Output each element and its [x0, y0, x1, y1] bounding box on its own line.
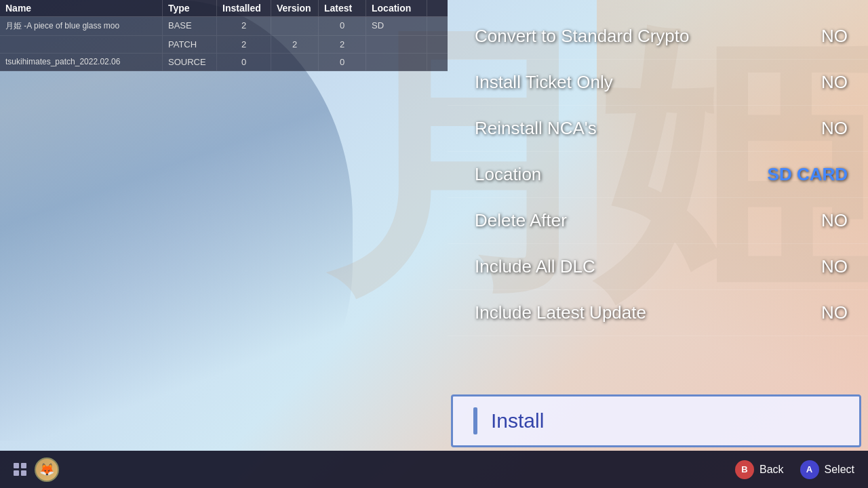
table-body: 月姫 -A piece of blue glass moo BASE 2 0 S…	[0, 17, 448, 71]
table-row[interactable]: tsukihimates_patch_2022.02.06 SOURCE 0 0	[0, 54, 448, 71]
col-header-latest: Latest	[319, 0, 366, 16]
a-button-icon: A	[800, 460, 819, 479]
b-button-icon: B	[735, 460, 754, 479]
grid-dot	[14, 463, 19, 468]
option-label-install-ticket-only: Install Ticket Only	[475, 72, 613, 93]
bottom-left-icons: 🦊	[14, 458, 59, 482]
cell-location	[366, 54, 427, 70]
grid-dot	[14, 470, 19, 476]
option-value-install-ticket-only: NO	[821, 72, 848, 93]
install-button-accent	[473, 407, 477, 434]
cell-latest: 0	[319, 17, 366, 35]
option-label-convert-crypto: Convert to Standard Crypto	[475, 26, 690, 47]
option-label-location: Location	[475, 164, 541, 185]
cell-latest: 0	[319, 54, 366, 70]
select-control[interactable]: A Select	[800, 460, 854, 479]
install-button-area: Install	[451, 394, 861, 447]
option-row-include-latest-update[interactable]: Include Latest Update NO	[448, 290, 868, 336]
option-label-reinstall-ncas: Reinstall NCA's	[475, 118, 597, 139]
col-header-type: Type	[163, 0, 217, 16]
back-label: Back	[760, 464, 784, 476]
option-row-include-all-dlc[interactable]: Include All DLC NO	[448, 244, 868, 290]
option-value-reinstall-ncas: NO	[821, 118, 848, 139]
cell-name	[0, 36, 163, 53]
option-row-delete-after[interactable]: Delete After NO	[448, 198, 868, 244]
grid-dot	[21, 463, 26, 468]
col-header-version: Version	[271, 0, 319, 16]
cell-installed: 2	[217, 36, 271, 53]
grid-dot	[21, 470, 26, 476]
col-header-installed: Installed	[217, 0, 271, 16]
cell-type: PATCH	[163, 36, 217, 53]
bottom-controls: B Back A Select	[735, 460, 854, 479]
cell-name: tsukihimates_patch_2022.02.06	[0, 54, 163, 70]
option-value-include-all-dlc: NO	[821, 256, 848, 277]
table-row[interactable]: PATCH 2 2 2	[0, 36, 448, 54]
cell-latest: 2	[319, 36, 366, 53]
option-value-location: SD CARD	[768, 164, 848, 185]
options-list: Convert to Standard Crypto NO Install Ti…	[448, 14, 868, 336]
options-panel: Convert to Standard Crypto NO Install Ti…	[448, 0, 868, 441]
option-row-location[interactable]: Location SD CARD	[448, 152, 868, 198]
col-header-location: Location	[366, 0, 427, 16]
option-value-include-latest-update: NO	[821, 302, 848, 323]
cell-version	[271, 17, 319, 35]
install-button-label: Install	[491, 409, 544, 432]
option-row-convert-crypto[interactable]: Convert to Standard Crypto NO	[448, 14, 868, 60]
option-value-delete-after: NO	[821, 210, 848, 231]
avatar: 🦊	[35, 458, 59, 482]
option-label-delete-after: Delete After	[475, 210, 567, 231]
option-label-include-all-dlc: Include All DLC	[475, 256, 595, 277]
option-label-include-latest-update: Include Latest Update	[475, 302, 646, 323]
cell-type: SOURCE	[163, 54, 217, 70]
cell-type: BASE	[163, 17, 217, 35]
table-row[interactable]: 月姫 -A piece of blue glass moo BASE 2 0 S…	[0, 17, 448, 36]
cell-installed: 2	[217, 17, 271, 35]
back-control[interactable]: B Back	[735, 460, 784, 479]
cell-name: 月姫 -A piece of blue glass moo	[0, 17, 163, 35]
cell-version: 2	[271, 36, 319, 53]
cell-location	[366, 36, 427, 53]
col-header-name: Name	[0, 0, 163, 16]
cell-version	[271, 54, 319, 70]
option-row-install-ticket-only[interactable]: Install Ticket Only NO	[448, 60, 868, 106]
grid-icon	[14, 463, 26, 476]
bottom-bar: 🦊 B Back A Select	[0, 451, 868, 488]
install-button[interactable]: Install	[451, 394, 861, 447]
select-label: Select	[825, 464, 854, 476]
option-value-convert-crypto: NO	[821, 26, 848, 47]
table-header: Name Type Installed Version Latest Locat…	[0, 0, 448, 17]
option-row-reinstall-ncas[interactable]: Reinstall NCA's NO	[448, 106, 868, 152]
cell-installed: 0	[217, 54, 271, 70]
cell-location: SD	[366, 17, 427, 35]
file-table: Name Type Installed Version Latest Locat…	[0, 0, 448, 71]
